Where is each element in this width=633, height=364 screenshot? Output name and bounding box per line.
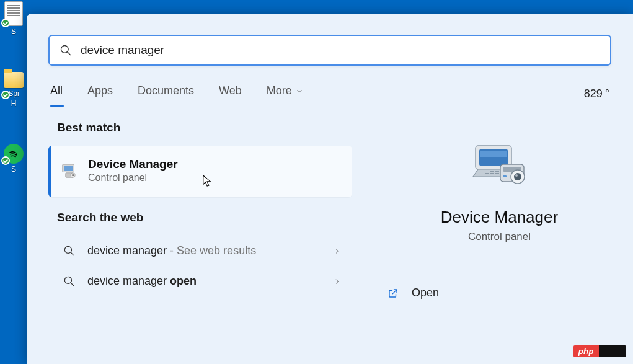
search-icon bbox=[63, 245, 75, 257]
open-action[interactable]: Open bbox=[384, 282, 633, 304]
preview-subtitle: Control panel bbox=[468, 231, 531, 243]
preview-actions: Open bbox=[366, 282, 633, 304]
preview-title: Device Manager bbox=[441, 208, 558, 227]
best-match-result[interactable]: Device Manager Control panel bbox=[48, 146, 352, 197]
tab-web[interactable]: Web bbox=[219, 84, 242, 104]
svg-rect-3 bbox=[64, 166, 73, 171]
svg-point-23 bbox=[515, 174, 518, 177]
tab-more-label: More bbox=[267, 84, 292, 97]
web-result-text: device manager - See web results bbox=[87, 244, 321, 257]
svg-point-6 bbox=[72, 174, 74, 176]
open-external-icon bbox=[387, 287, 399, 300]
tab-all[interactable]: All bbox=[50, 84, 63, 104]
best-match-heading: Best match bbox=[57, 121, 352, 135]
desktop-background: S Spi H S All Apps Documents bbox=[0, 0, 633, 364]
search-bar-container bbox=[27, 14, 633, 66]
svg-point-22 bbox=[514, 173, 521, 180]
chevron-down-icon bbox=[296, 87, 303, 95]
svg-line-1 bbox=[68, 52, 71, 55]
folder-icon bbox=[4, 72, 24, 88]
device-manager-icon bbox=[60, 161, 79, 180]
sync-badge-icon bbox=[1, 91, 10, 99]
svg-rect-18 bbox=[495, 173, 499, 174]
best-match-subtitle: Control panel bbox=[88, 172, 178, 184]
svg-rect-14 bbox=[490, 171, 494, 172]
device-manager-large-icon bbox=[472, 143, 528, 193]
desktop-icon-label: H bbox=[11, 99, 17, 108]
web-result[interactable]: device manager - See web results bbox=[48, 236, 352, 266]
svg-rect-15 bbox=[495, 171, 499, 172]
svg-line-8 bbox=[71, 252, 74, 255]
desktop-icon-file[interactable]: S bbox=[2, 1, 25, 36]
preview-pane: Device Manager Control panel Open bbox=[366, 121, 633, 364]
search-web-heading: Search the web bbox=[57, 211, 352, 224]
filter-tabs: All Apps Documents Web More 829 ° bbox=[27, 66, 633, 104]
web-result-text: device manager open bbox=[87, 275, 321, 288]
search-input[interactable] bbox=[81, 43, 595, 57]
web-result[interactable]: device manager open bbox=[48, 266, 352, 296]
tab-more[interactable]: More bbox=[267, 84, 303, 104]
desktop-icon-label: S bbox=[11, 165, 16, 174]
degree-icon: ° bbox=[605, 87, 609, 100]
desktop-icons-column: S Spi H S bbox=[2, 0, 27, 174]
desktop-icon-spotify[interactable]: S bbox=[2, 144, 25, 174]
open-action-label: Open bbox=[412, 286, 439, 300]
desktop-icon-folder[interactable]: Spi H bbox=[2, 72, 25, 108]
header-number: 829 bbox=[584, 87, 603, 100]
svg-rect-24 bbox=[503, 175, 507, 177]
sync-badge-icon bbox=[1, 156, 10, 165]
search-icon bbox=[60, 44, 72, 56]
tab-apps[interactable]: Apps bbox=[87, 84, 113, 104]
chevron-right-icon bbox=[334, 246, 341, 256]
best-match-title: Device Manager bbox=[88, 158, 178, 171]
tab-documents[interactable]: Documents bbox=[138, 84, 194, 104]
desktop-icon-label: S bbox=[11, 27, 16, 36]
watermark: php bbox=[573, 345, 626, 357]
svg-rect-17 bbox=[490, 173, 494, 174]
cursor-pointer-icon bbox=[202, 174, 213, 188]
text-caret bbox=[600, 43, 600, 57]
watermark-text: php bbox=[573, 345, 599, 357]
results-column: Best match Device Manager Control panel … bbox=[48, 121, 352, 364]
svg-line-10 bbox=[71, 283, 74, 286]
svg-rect-16 bbox=[485, 173, 489, 174]
start-search-panel: All Apps Documents Web More 829 ° Best m… bbox=[27, 14, 633, 364]
sync-badge-icon bbox=[1, 19, 10, 27]
chevron-right-icon bbox=[334, 277, 341, 286]
search-icon bbox=[63, 275, 75, 287]
search-box[interactable] bbox=[48, 35, 611, 66]
svg-rect-13 bbox=[480, 151, 507, 157]
watermark-bar bbox=[599, 345, 626, 357]
